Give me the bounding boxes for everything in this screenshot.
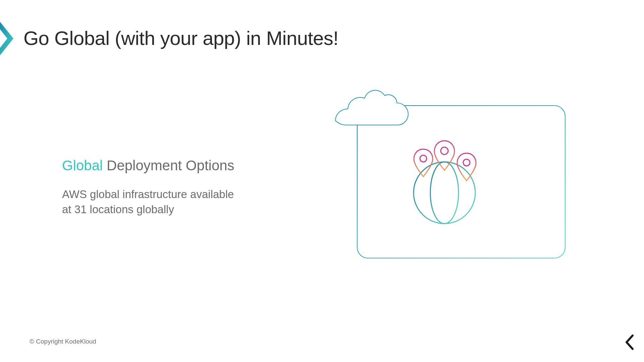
description: AWS global infrastructure available at 3… bbox=[62, 187, 270, 217]
globe-icon bbox=[414, 162, 475, 224]
copyright-text: © Copyright KodeKloud bbox=[30, 338, 96, 345]
location-pin-right-icon bbox=[457, 153, 476, 181]
subtitle-accent: Global bbox=[62, 158, 103, 173]
header-chevron-icon bbox=[0, 22, 19, 57]
svg-point-7 bbox=[463, 159, 470, 166]
back-button[interactable] bbox=[623, 334, 637, 352]
location-pin-left-icon bbox=[414, 149, 433, 177]
cloud-icon bbox=[335, 90, 408, 125]
description-line2: at 31 locations globally bbox=[62, 203, 174, 216]
global-illustration bbox=[320, 85, 569, 260]
description-line1: AWS global infrastructure available bbox=[62, 188, 234, 200]
subtitle: Global Deployment Options bbox=[62, 158, 270, 174]
content-block: Global Deployment Options AWS global inf… bbox=[62, 158, 270, 217]
svg-point-6 bbox=[420, 155, 427, 162]
svg-point-5 bbox=[441, 147, 448, 155]
slide-title: Go Global (with your app) in Minutes! bbox=[23, 27, 338, 49]
svg-rect-0 bbox=[357, 106, 565, 258]
subtitle-rest: Deployment Options bbox=[103, 158, 234, 173]
